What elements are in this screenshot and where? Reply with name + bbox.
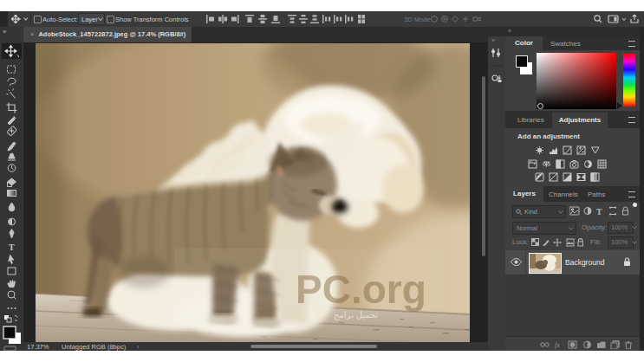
svg-text:T: T [9,242,15,252]
svg-text:تحميل برامج: تحميل برامج [334,310,378,320]
svg-text:fx: fx [555,341,560,349]
svg-text:»: » [3,28,7,36]
svg-text:T: T [596,207,602,217]
svg-text:PC.org: PC.org [296,267,426,312]
